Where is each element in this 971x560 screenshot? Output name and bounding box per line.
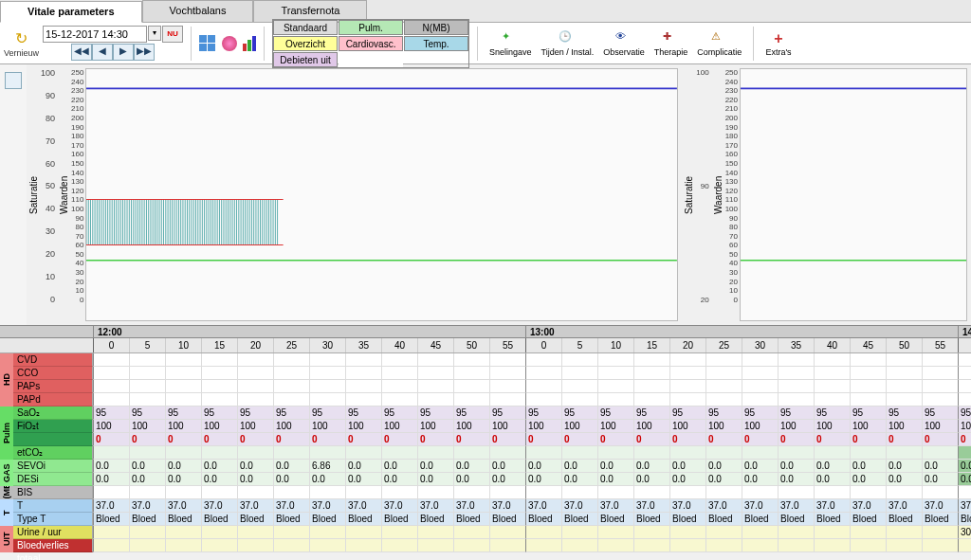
data-cell[interactable]: 0.0 [778, 473, 814, 486]
data-cell[interactable]: 100 [742, 420, 778, 433]
data-cell[interactable]: 95 [273, 406, 309, 420]
data-cell[interactable]: Bloed [489, 513, 525, 526]
data-cell[interactable]: 95 [93, 406, 129, 420]
data-cell[interactable]: Bloed [309, 513, 345, 526]
data-cell[interactable] [886, 526, 922, 539]
data-cell[interactable]: 100 [165, 420, 201, 433]
data-cell[interactable]: 37.0 [417, 499, 453, 513]
data-cell[interactable]: 0 [417, 433, 453, 446]
data-cell[interactable] [705, 526, 742, 539]
data-cell[interactable]: 100 [201, 420, 237, 433]
data-cell[interactable]: 37.0 [561, 499, 597, 513]
data-cell[interactable] [886, 353, 922, 367]
action-tijden[interactable]: 🕒 Tijden / Instal. [538, 28, 598, 59]
data-cell[interactable]: 37.0 [742, 499, 778, 513]
data-cell[interactable]: 95 [489, 406, 525, 420]
data-cell[interactable] [525, 526, 561, 539]
data-cell[interactable] [705, 446, 742, 460]
filter-overzicht[interactable]: Overzicht [273, 36, 338, 51]
data-cell[interactable]: 95 [742, 406, 778, 420]
data-cell[interactable] [381, 380, 417, 393]
data-cell[interactable]: 100 [958, 420, 971, 433]
data-cell[interactable]: 0.0 [417, 460, 453, 473]
data-cell[interactable] [93, 526, 129, 539]
data-cell[interactable]: 37.0 [778, 499, 814, 513]
tab-vochtbalans[interactable]: Vochtbalans [142, 0, 254, 22]
data-cell[interactable] [742, 539, 778, 552]
data-cell[interactable] [417, 367, 453, 380]
data-cell[interactable]: Bloed [886, 513, 922, 526]
data-cell[interactable] [778, 486, 814, 499]
data-cell[interactable]: Bloed [165, 513, 201, 526]
filter-debieten[interactable]: Debieten uit [273, 52, 338, 67]
data-cell[interactable]: 95 [958, 406, 971, 420]
data-cell[interactable] [633, 353, 669, 367]
data-cell[interactable] [165, 367, 201, 380]
data-cell[interactable] [922, 526, 958, 539]
data-cell[interactable] [345, 486, 381, 499]
data-cell[interactable]: 0 [886, 433, 922, 446]
data-cell[interactable] [778, 526, 814, 539]
data-cell[interactable]: 95 [309, 406, 345, 420]
data-cell[interactable]: Bloed [705, 513, 742, 526]
data-cell[interactable] [561, 380, 597, 393]
data-cell[interactable]: 0.0 [561, 473, 597, 486]
data-cell[interactable]: 0.0 [93, 460, 129, 473]
grid-view-icon[interactable] [199, 35, 216, 52]
datetime-input[interactable] [43, 26, 147, 43]
data-cell[interactable] [453, 486, 489, 499]
data-cell[interactable]: Bloed [525, 513, 561, 526]
data-cell[interactable] [778, 446, 814, 460]
data-cell[interactable]: 0 [705, 433, 742, 446]
data-cell[interactable] [633, 393, 669, 406]
data-cell[interactable] [309, 393, 345, 406]
data-cell[interactable] [958, 539, 971, 552]
data-cell[interactable]: 100 [453, 420, 489, 433]
data-cell[interactable]: Bloed [381, 513, 417, 526]
data-cell[interactable] [922, 367, 958, 380]
data-cell[interactable]: 37.0 [922, 499, 958, 513]
data-cell[interactable]: 0.0 [597, 473, 633, 486]
action-observatie[interactable]: 👁 Observatie [599, 28, 649, 59]
data-cell[interactable]: 0.0 [705, 460, 742, 473]
data-cell[interactable] [850, 486, 886, 499]
data-cell[interactable]: 0.0 [237, 473, 273, 486]
data-cell[interactable] [597, 539, 633, 552]
data-cell[interactable]: 0.0 [525, 460, 561, 473]
data-cell[interactable] [93, 446, 129, 460]
data-cell[interactable] [922, 353, 958, 367]
data-cell[interactable]: 100 [129, 420, 165, 433]
data-cell[interactable]: 0 [93, 433, 129, 446]
data-cell[interactable]: Bloed [958, 513, 971, 526]
data-cell[interactable] [561, 393, 597, 406]
data-cell[interactable] [922, 539, 958, 552]
data-cell[interactable]: 0.0 [201, 460, 237, 473]
data-cell[interactable] [237, 446, 273, 460]
data-cell[interactable]: Bloed [237, 513, 273, 526]
refresh-icon[interactable]: ↻ [15, 29, 27, 47]
data-cell[interactable]: Bloed [201, 513, 237, 526]
data-cell[interactable] [850, 393, 886, 406]
data-cell[interactable] [742, 367, 778, 380]
data-cell[interactable]: 37.0 [381, 499, 417, 513]
data-cell[interactable]: 0.0 [705, 473, 742, 486]
data-cell[interactable]: 37.0 [886, 499, 922, 513]
data-cell[interactable] [453, 539, 489, 552]
data-cell[interactable]: 0 [345, 433, 381, 446]
nav-back[interactable]: ◀ [92, 44, 113, 61]
data-cell[interactable]: 0 [561, 433, 597, 446]
data-cell[interactable]: Bloed [273, 513, 309, 526]
data-cell[interactable] [201, 393, 237, 406]
data-cell[interactable] [814, 380, 850, 393]
data-cell[interactable] [742, 526, 778, 539]
action-complicatie[interactable]: ⚠ Complicatie [693, 28, 745, 59]
data-cell[interactable] [345, 353, 381, 367]
data-cell[interactable]: 0.0 [129, 473, 165, 486]
data-cell[interactable] [417, 393, 453, 406]
data-cell[interactable] [597, 353, 633, 367]
data-cell[interactable]: Bloed [561, 513, 597, 526]
data-cell[interactable] [669, 393, 705, 406]
data-cell[interactable]: 0.0 [958, 473, 971, 486]
data-cell[interactable] [273, 393, 309, 406]
data-cell[interactable] [273, 380, 309, 393]
